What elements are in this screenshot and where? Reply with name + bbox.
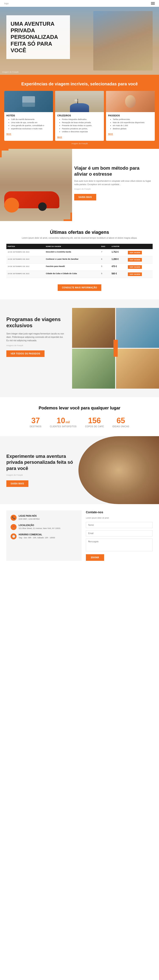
- offer-date-3: 19 DE SETEMBRO DE 2022: [6, 270, 44, 278]
- programs-left-content: Programas de viagens exclusivos Sem inte…: [0, 308, 72, 388]
- card-passeios-title: PASSEIOS: [108, 114, 153, 117]
- offer-btn-2[interactable]: VER VIAGEM: [128, 265, 142, 269]
- card-hoteis-text: Café da manhã diariamente Uma noite de s…: [6, 118, 51, 130]
- experiences-title: Experiências de viagem incríveis, seleci…: [4, 81, 155, 87]
- offer-btn-3[interactable]: VER VIAGEM: [128, 272, 142, 276]
- travel-title: Viajar é um bom método para aliviar o es…: [74, 165, 153, 177]
- contact-hours-label: HORÁRIO COMERCIAL: [19, 533, 55, 536]
- contact-row: 📞 LIGUE PARA NÓS (230 0897, 1234-987654 …: [6, 511, 153, 561]
- hero-section: UMA AVENTURA PRIVADA PERSONALIZADA FEITA…: [0, 7, 159, 75]
- contact-form-panel: Contate-nos Lorem ipsum dolor sit amet E…: [86, 511, 153, 561]
- offer-dest-0: Descobrir a Costinha Garda: [44, 249, 100, 256]
- try-circle-bg: [79, 436, 159, 504]
- card-hoteis-title: HOTÉIS: [6, 114, 51, 117]
- experiences-section: Experiências de viagem incríveis, seleci…: [0, 75, 159, 149]
- programs-title: Programas de viagens exclusivos: [6, 317, 66, 329]
- offer-price-0: 1.752 €: [110, 249, 127, 256]
- contact-phone-value: (230 0897, 1234-987654: [19, 518, 39, 521]
- prog-img-4: [116, 349, 159, 388]
- offer-date-0: 18 DE SETEMBRO DE 2022: [6, 249, 44, 256]
- prog-img-3: [72, 349, 115, 388]
- offer-btn-0[interactable]: VER VIAGEM: [128, 251, 142, 255]
- travel-button[interactable]: SAIBA MAIS: [74, 194, 96, 200]
- offers-table-header: PARTIDA NOME DA VIAGEM DIAS A PARTIR: [6, 244, 153, 249]
- offer-btn-cell-2: VER VIAGEM: [127, 263, 153, 270]
- card-passeios-link[interactable]: MAIS: [108, 133, 113, 135]
- offer-price-3: 560 €: [110, 270, 127, 278]
- hero-content-box: UMA AVENTURA PRIVADA PERSONALIZADA FEITA…: [6, 15, 70, 59]
- stat-clientes-unit: mil: [66, 420, 70, 424]
- col-partida: PARTIDA: [6, 244, 44, 249]
- header: logo: [0, 0, 159, 7]
- travel-left-image: [0, 149, 72, 221]
- offer-dest-3: Cidade da Cuba e Cidade do Cuba: [44, 270, 100, 278]
- contact-phone-content: LIGUE PARA NÓS (230 0897, 1234-987654: [19, 515, 39, 521]
- card-hoteis: HOTÉIS Café da manhã diariamente Uma noi…: [4, 91, 53, 141]
- stats-section: Podemos levar você para qualquer lugar 3…: [0, 397, 159, 436]
- table-row: 18 DE SETEMBRO DE 2022 Descobrir a Costi…: [6, 249, 153, 256]
- message-textarea[interactable]: [86, 539, 153, 551]
- col-partir: A PARTIR: [110, 244, 127, 249]
- stat-clientes-label: CLIENTES SATISFEITOS: [50, 425, 77, 428]
- programs-images: [72, 308, 159, 388]
- table-row: 19 DE SETEMBRO DE 2022 Fascínio para Hav…: [6, 263, 153, 270]
- experiences-image-credit: Imagem de Freepik: [4, 143, 155, 145]
- stats-row: 37 DESTINOS 10 mil CLIENTES SATISFEITOS …: [6, 417, 153, 428]
- email-input[interactable]: [86, 530, 153, 536]
- submit-button[interactable]: Enviar: [86, 554, 104, 561]
- contact-phone-item: 📞 LIGUE PARA NÓS (230 0897, 1234-987654: [11, 515, 77, 521]
- offer-price-2: 470 €: [110, 263, 127, 270]
- try-button[interactable]: SAIBA MAIS: [6, 480, 28, 487]
- stat-ideias: 65 IDEIAS ÚNICAS: [112, 417, 129, 428]
- offer-days-0: 7: [100, 249, 110, 256]
- offers-more-button[interactable]: CONSULTE MAIS INFORMAÇÃO: [58, 284, 101, 291]
- stat-destinos-label: DESTINOS: [30, 425, 41, 428]
- programs-button[interactable]: VER TODOS OS PASSEIOS: [6, 350, 44, 357]
- hamburger-menu[interactable]: [151, 2, 155, 5]
- stat-ideias-number: 65: [112, 417, 129, 425]
- prog-img-1: [72, 308, 115, 348]
- programs-section: Programas de viagens exclusivos Sem inte…: [0, 299, 159, 397]
- location-icon: 📍: [11, 524, 17, 530]
- contact-form-subtitle: Lorem ipsum dolor sit amet: [86, 517, 153, 519]
- travel-section: Viajar é um bom método para aliviar o es…: [0, 149, 159, 221]
- card-passeios-text: Tarifas preferenciais. Mais de 100 exper…: [108, 118, 153, 130]
- card-hoteis-image: [4, 91, 53, 112]
- phone-icon: 📞: [11, 515, 17, 521]
- try-image-credit: Imagem de Freepik: [6, 474, 79, 476]
- orange-corner-tl: [0, 149, 8, 158]
- card-cruzeiros-text: Pontos integrados dedicados. Recepção de…: [57, 118, 102, 133]
- email-group: [86, 530, 153, 536]
- try-title: Experimente uma aventura privada persona…: [6, 453, 79, 472]
- offer-btn-1[interactable]: VER VIAGEM: [128, 258, 142, 262]
- offer-dest-1: Conhecer o Lazer Norte de Zanzibar: [44, 256, 100, 263]
- col-action: [127, 244, 153, 249]
- programs-text: Sem integer vitae justo eget magna ferme…: [6, 332, 66, 342]
- message-group: [86, 539, 153, 552]
- offer-date-1: 19 DE SETEMBRO DE 2022: [6, 256, 44, 263]
- clock-icon: 🕐: [11, 533, 17, 539]
- offer-btn-cell-3: VER VIAGEM: [127, 270, 153, 278]
- offers-subtitle: Lorem ipsum dolor sit amet, consectetur …: [6, 236, 153, 240]
- card-cruzeiros-link[interactable]: MAIS: [57, 136, 62, 138]
- contact-address-content: LOCALIZAÇÃO 521 Blue Street, 21 Avenue, …: [19, 524, 60, 530]
- orange-rect-divider: [113, 340, 118, 357]
- cards-row: HOTÉIS Café da manhã diariamente Uma noi…: [4, 91, 155, 141]
- try-right-image: [79, 436, 159, 504]
- card-passeios-body: PASSEIOS Tarifas preferenciais. Mais de …: [106, 112, 155, 138]
- stat-clientes: 10 mil CLIENTES SATISFEITOS: [50, 417, 77, 428]
- contact-phone-label: LIGUE PARA NÓS: [19, 515, 39, 517]
- programs-image-credit: Imagens de Freepik: [6, 344, 66, 347]
- offer-price-1: 1.280 €: [110, 256, 127, 263]
- hero-image: [93, 11, 153, 70]
- stat-cafe: 156 COPOS DE CAFÉ: [85, 417, 104, 428]
- stat-destinos: 37 DESTINOS: [30, 417, 41, 428]
- contact-section: 📞 LIGUE PARA NÓS (230 0897, 1234-987654 …: [0, 504, 159, 567]
- card-hoteis-link[interactable]: MAIS: [6, 133, 11, 135]
- hero-title: UMA AVENTURA PRIVADA PERSONALIZADA FEITA…: [11, 21, 66, 54]
- name-input[interactable]: [86, 522, 153, 528]
- contact-info-panel: 📞 LIGUE PARA NÓS (230 0897, 1234-987654 …: [6, 511, 82, 561]
- hero-image-credit: Imagem de Freepik: [2, 71, 19, 73]
- col-nome: NOME DA VIAGEM: [44, 244, 100, 249]
- stat-ideias-label: IDEIAS ÚNICAS: [112, 425, 129, 428]
